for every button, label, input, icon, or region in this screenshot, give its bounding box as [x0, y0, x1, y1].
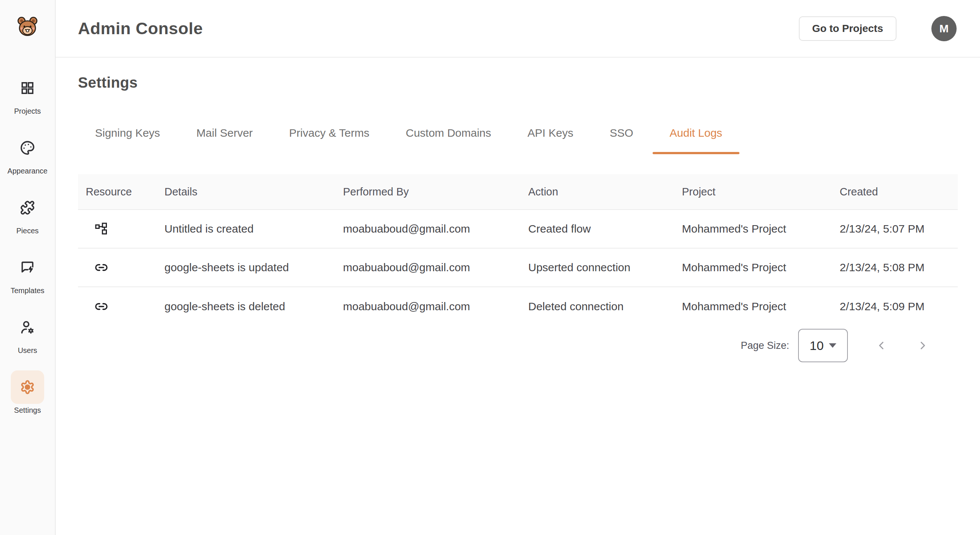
resource-cell	[78, 287, 164, 326]
top-bar: Admin Console Go to Projects M	[56, 0, 980, 57]
sidebar-item-label: Users	[18, 346, 37, 355]
app-title: Admin Console	[78, 19, 203, 38]
chevron-down-icon	[829, 343, 836, 348]
tab-audit-logs[interactable]: Audit Logs	[652, 127, 740, 154]
sidebar-item-label: Projects	[14, 107, 41, 115]
column-header-project: Project	[682, 174, 840, 209]
page-size-label: Page Size:	[741, 340, 789, 351]
resource-cell	[78, 209, 164, 248]
sidebar-item-label: Templates	[10, 286, 44, 295]
action-cell: Deleted connection	[528, 287, 682, 326]
audit-logs-table: Resource Details Performed By Action Pro…	[78, 174, 958, 326]
sidebar-item-templates[interactable]: Templates	[10, 251, 44, 295]
action-cell: Created flow	[528, 209, 682, 248]
action-cell: Upserted connection	[528, 248, 682, 287]
column-header-action: Action	[528, 174, 682, 209]
resource-cell	[78, 248, 164, 287]
sidebar-item-pieces[interactable]: Pieces	[11, 191, 44, 235]
table-header-row: Resource Details Performed By Action Pro…	[78, 174, 958, 209]
tab-mail-server[interactable]: Mail Server	[179, 127, 270, 154]
pagination-bar: Page Size: 10	[78, 328, 958, 363]
created-cell: 2/13/24, 5:09 PM	[840, 287, 958, 326]
sidebar-item-settings[interactable]: Settings	[11, 371, 44, 415]
project-cell: Mohammed's Project	[682, 248, 840, 287]
project-cell: Mohammed's Project	[682, 287, 840, 326]
user-cog-icon	[11, 311, 44, 344]
table-row: Untitled is created moabuaboud@gmail.com…	[78, 209, 958, 248]
puzzle-icon	[11, 191, 44, 224]
sidebar-item-label: Appearance	[8, 167, 48, 176]
tab-sso[interactable]: SSO	[592, 127, 650, 154]
settings-content: Settings Signing Keys Mail Server Privac…	[56, 57, 980, 363]
flow-icon	[95, 222, 108, 236]
settings-tabs: Signing Keys Mail Server Privacy & Terms…	[78, 127, 958, 154]
next-page-button[interactable]	[911, 334, 935, 358]
admin-console-app: Projects Appearance	[0, 0, 980, 535]
column-header-resource: Resource	[78, 174, 164, 209]
details-cell: google-sheets is deleted	[164, 287, 343, 326]
sidebar: Projects Appearance	[0, 0, 56, 535]
chevron-right-icon	[916, 339, 929, 352]
column-header-performed-by: Performed By	[343, 174, 528, 209]
created-cell: 2/13/24, 5:08 PM	[840, 248, 958, 287]
go-to-projects-button[interactable]: Go to Projects	[799, 16, 896, 41]
project-cell: Mohammed's Project	[682, 209, 840, 248]
tab-custom-domains[interactable]: Custom Domains	[389, 127, 508, 154]
previous-page-button[interactable]	[869, 334, 893, 358]
sidebar-item-projects[interactable]: Projects	[11, 71, 44, 115]
layout-grid-icon	[11, 71, 44, 105]
main-area: Admin Console Go to Projects M Settings …	[56, 0, 980, 535]
palette-icon	[11, 131, 44, 164]
link-icon	[95, 300, 108, 313]
user-avatar[interactable]: M	[931, 16, 957, 41]
page-size-value: 10	[810, 339, 824, 353]
column-header-created: Created	[840, 174, 958, 209]
sidebar-item-label: Settings	[14, 406, 41, 415]
top-bar-right: Go to Projects M	[799, 16, 957, 41]
chevron-left-icon	[875, 339, 888, 352]
gear-icon	[11, 371, 44, 404]
tab-signing-keys[interactable]: Signing Keys	[78, 127, 177, 154]
table-row: google-sheets is deleted moabuaboud@gmai…	[78, 287, 958, 326]
performed-by-cell: moabuaboud@gmail.com	[343, 209, 528, 248]
sidebar-item-users[interactable]: Users	[11, 311, 44, 355]
details-cell: google-sheets is updated	[164, 248, 343, 287]
sidebar-item-appearance[interactable]: Appearance	[8, 131, 48, 176]
link-icon	[95, 261, 108, 274]
page-title: Settings	[78, 74, 958, 91]
performed-by-cell: moabuaboud@gmail.com	[343, 248, 528, 287]
page-size-select[interactable]: 10	[798, 329, 848, 362]
table-row: google-sheets is updated moabuaboud@gmai…	[78, 248, 958, 287]
sidebar-item-label: Pieces	[16, 227, 38, 235]
tab-api-keys[interactable]: API Keys	[511, 127, 590, 154]
performed-by-cell: moabuaboud@gmail.com	[343, 287, 528, 326]
app-logo-bear-icon	[16, 16, 38, 38]
sidebar-nav: Projects Appearance	[8, 71, 48, 430]
column-header-details: Details	[164, 174, 343, 209]
details-cell: Untitled is created	[164, 209, 343, 248]
template-bolt-icon	[11, 251, 44, 284]
created-cell: 2/13/24, 5:07 PM	[840, 209, 958, 248]
tab-privacy-terms[interactable]: Privacy & Terms	[272, 127, 387, 154]
